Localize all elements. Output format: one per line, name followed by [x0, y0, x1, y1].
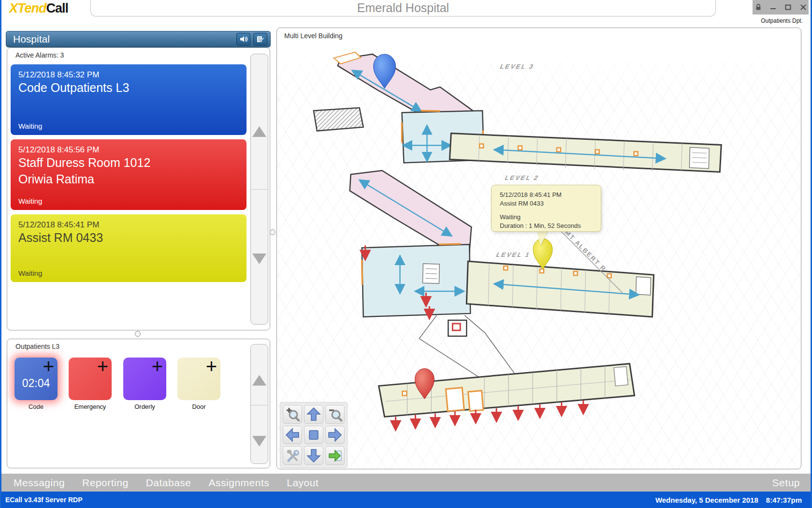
app-window: XTendCall Emerald Hospital Outpatients D…: [0, 0, 812, 508]
map-panel: Multi Level Building: [276, 28, 801, 469]
status-bar: ECall v3.43f Server RDP Wednesday, 5 Dec…: [1, 492, 811, 508]
alarm-subtitle: Oriwia Ratima: [18, 171, 239, 188]
up-arrow-icon: [306, 406, 321, 422]
scroll-up-icon: [251, 374, 267, 387]
plus-icon: +: [43, 357, 54, 376]
pan-left-button[interactable]: [283, 426, 302, 445]
pan-up-button[interactable]: [304, 405, 323, 424]
window-title-text: Emerald Hospital: [357, 1, 449, 15]
plus-icon: +: [152, 357, 163, 376]
hatched-roof: [314, 108, 363, 131]
go-arrow-icon: [327, 448, 343, 463]
call-button-emergency[interactable]: +: [69, 358, 112, 400]
callpoints-title: Outpatients L3: [15, 343, 59, 350]
road-label: MT ALBERT R: [564, 229, 608, 273]
alarm-timestamp: 5/12/2018 8:45:32 PM: [18, 70, 239, 80]
titlebar: XTendCall Emerald Hospital: [1, 0, 811, 17]
minimize-icon: [769, 3, 777, 11]
nav-item-assignments[interactable]: Assignments: [209, 477, 270, 489]
hospital-header: Hospital: [6, 31, 271, 47]
lock-icon: [754, 3, 762, 11]
call-button-label: Code: [14, 403, 58, 410]
map-title: Multi Level Building: [284, 32, 343, 40]
maximize-button[interactable]: [784, 3, 793, 12]
scroll-up-button[interactable]: [251, 374, 267, 387]
tools-button[interactable]: [283, 446, 302, 465]
notes-icon: [256, 35, 265, 43]
map-controls: [280, 402, 348, 468]
floorplan-link: [419, 315, 515, 377]
department-label: Outpatients Dpt.: [761, 17, 803, 24]
go-button[interactable]: [325, 446, 345, 465]
scroll-up-icon: [251, 125, 267, 138]
minimize-button[interactable]: [769, 3, 778, 12]
nav-bar: Messaging Reporting Database Assignments…: [1, 474, 811, 492]
logo-call: Call: [46, 1, 69, 15]
nav-item-database[interactable]: Database: [146, 477, 191, 489]
level1-label: LEVEL 1: [495, 252, 532, 258]
nav-item-layout[interactable]: Layout: [287, 477, 319, 489]
nav-item-setup[interactable]: Setup: [772, 477, 800, 489]
status-time: 8:47:37pm: [766, 496, 802, 504]
scroll-down-icon: [251, 253, 267, 265]
center-button[interactable]: [304, 426, 323, 445]
nav-item-reporting[interactable]: Reporting: [82, 477, 129, 489]
close-icon: [799, 3, 807, 11]
alarm-status: Waiting: [18, 122, 239, 130]
alarm-timestamp: 5/12/2018 8:45:56 PM: [18, 145, 239, 155]
zoom-out-button[interactable]: [325, 405, 345, 424]
speaker-icon: [239, 35, 248, 43]
alarm-title: Code Outpatients L3: [18, 80, 239, 96]
lock-button[interactable]: [754, 3, 763, 12]
left-arrow-icon: [285, 427, 300, 443]
floorplan-svg: MT ALBERT R LEVEL 3 LEVEL 2 LEVEL 1: [277, 28, 801, 469]
level3-label: LEVEL 3: [499, 63, 536, 70]
hospital-header-title: Hospital: [13, 33, 233, 45]
nav-item-messaging[interactable]: Messaging: [14, 477, 65, 489]
level2-label: LEVEL 2: [504, 175, 540, 181]
tooltip-duration: Duration : 1 Min, 52 Seconds: [500, 222, 601, 230]
close-button[interactable]: [799, 3, 808, 12]
pan-right-button[interactable]: [325, 426, 345, 445]
pan-down-button[interactable]: [304, 446, 323, 465]
scrollbar-divider: [251, 405, 268, 405]
sound-button[interactable]: [236, 33, 250, 45]
scroll-down-button[interactable]: [251, 253, 267, 265]
plus-icon: +: [97, 357, 108, 376]
alarm-status: Waiting: [18, 197, 239, 205]
floorplan-level2: [402, 111, 722, 172]
alarm-card-code[interactable]: 5/12/2018 8:45:32 PM Code Outpatients L3…: [11, 64, 246, 135]
call-timer: 02:04: [14, 377, 58, 390]
call-button-orderly[interactable]: +: [123, 358, 166, 400]
window-title: Emerald Hospital: [90, 0, 716, 16]
callpoints-panel: Outpatients L3 + 02:04 Code + Emergency …: [7, 339, 270, 468]
status-date: Wednesday, 5 December 2018: [655, 496, 758, 504]
alarm-timestamp: 5/12/2018 8:45:41 PM: [18, 220, 239, 230]
down-arrow-icon: [306, 448, 321, 463]
scrollbar-divider: [251, 189, 268, 190]
call-button-label: Emergency: [69, 403, 112, 410]
scroll-up-button[interactable]: [251, 125, 267, 138]
alarm-title: Assist RM 0433: [18, 230, 239, 246]
tooltip-timestamp: 5/12/2018 8:45:41 PM: [500, 191, 601, 199]
plus-icon: +: [206, 357, 217, 376]
alarm-card-staff-duress[interactable]: 5/12/2018 8:45:56 PM Staff Duress Room 1…: [11, 139, 246, 210]
notes-button[interactable]: [253, 33, 267, 45]
vertical-splitter-handle[interactable]: [270, 229, 276, 235]
alarm-card-assist[interactable]: 5/12/2018 8:45:41 PM Assist RM 0433 Wait…: [11, 214, 246, 282]
tooltip-status: Waiting: [500, 213, 601, 222]
map-alarm-tooltip: 5/12/2018 8:45:41 PM Assist RM 0433 Wait…: [491, 185, 601, 232]
scroll-down-icon: [251, 435, 267, 448]
call-button-door[interactable]: +: [177, 358, 220, 400]
alarms-count-label: Active Alarms: 3: [15, 51, 64, 59]
zoom-in-button[interactable]: [283, 405, 302, 424]
logo-xtend: XTend: [9, 1, 46, 15]
alarms-scrollbar: [250, 54, 268, 325]
alarm-status: Waiting: [18, 269, 239, 277]
call-button-label: Door: [177, 403, 220, 410]
call-button-code[interactable]: + 02:04: [14, 358, 58, 400]
scroll-down-button[interactable]: [251, 435, 267, 448]
horizontal-splitter-handle[interactable]: [135, 331, 141, 337]
tooltip-pointer: [537, 231, 548, 245]
alarms-panel: Active Alarms: 3 5/12/2018 8:45:32 PM Co…: [7, 47, 270, 330]
